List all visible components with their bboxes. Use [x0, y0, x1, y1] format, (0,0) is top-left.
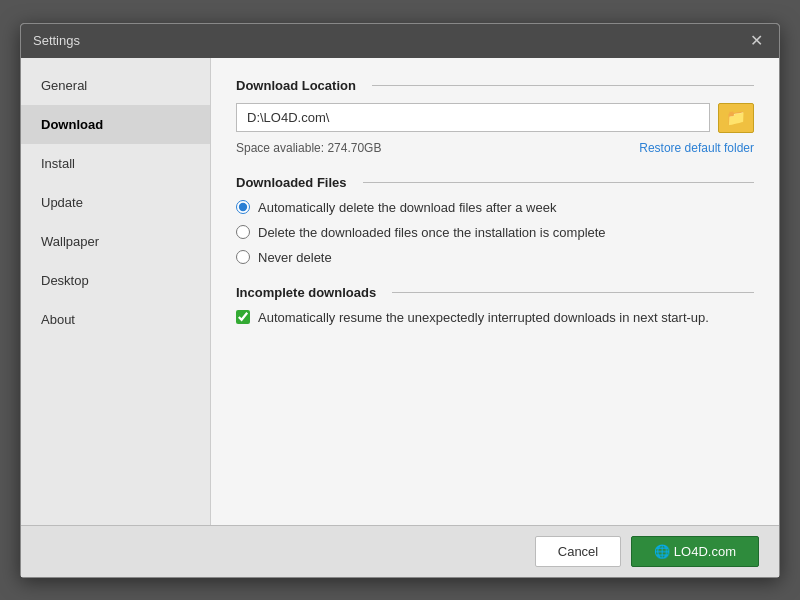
sidebar-item-general[interactable]: General [21, 66, 210, 105]
ok-button[interactable]: 🌐 LO4D.com [631, 536, 759, 567]
sidebar-item-download[interactable]: Download [21, 105, 210, 144]
restore-default-link[interactable]: Restore default folder [639, 141, 754, 155]
download-path-input[interactable] [236, 103, 710, 132]
downloaded-files-header: Downloaded Files [236, 175, 754, 190]
radio-group: Automatically delete the download files … [236, 200, 754, 265]
radio-delete-after-install-input[interactable] [236, 225, 250, 239]
window-title: Settings [33, 33, 80, 48]
radio-never-delete[interactable]: Never delete [236, 250, 754, 265]
sidebar: General Download Install Update Wallpape… [21, 58, 211, 525]
space-available-text: Space avaliable: 274.70GB [236, 141, 381, 155]
close-button[interactable]: ✕ [746, 33, 767, 49]
auto-resume-checkbox[interactable] [236, 310, 250, 324]
titlebar: Settings ✕ [21, 24, 779, 58]
sidebar-item-update[interactable]: Update [21, 183, 210, 222]
content-area: General Download Install Update Wallpape… [21, 58, 779, 525]
sidebar-item-desktop[interactable]: Desktop [21, 261, 210, 300]
download-location-row: 📁 [236, 103, 754, 133]
cancel-button[interactable]: Cancel [535, 536, 621, 567]
footer: Cancel 🌐 LO4D.com [21, 525, 779, 577]
main-panel: Download Location 📁 Space avaliable: 274… [211, 58, 779, 525]
radio-delete-after-install[interactable]: Delete the downloaded files once the ins… [236, 225, 754, 240]
download-location-header: Download Location [236, 78, 754, 93]
space-row: Space avaliable: 274.70GB Restore defaul… [236, 141, 754, 155]
radio-never-delete-input[interactable] [236, 250, 250, 264]
logo-globe-icon: 🌐 [654, 544, 670, 559]
incomplete-downloads-header: Incomplete downloads [236, 285, 754, 300]
settings-window: Settings ✕ General Download Install Upda… [20, 23, 780, 578]
folder-icon: 📁 [726, 108, 746, 127]
logo-text: LO4D.com [674, 544, 736, 559]
auto-resume-checkbox-row[interactable]: Automatically resume the unexpectedly in… [236, 310, 754, 325]
radio-auto-delete-input[interactable] [236, 200, 250, 214]
sidebar-item-about[interactable]: About [21, 300, 210, 339]
radio-auto-delete[interactable]: Automatically delete the download files … [236, 200, 754, 215]
sidebar-item-wallpaper[interactable]: Wallpaper [21, 222, 210, 261]
browse-folder-button[interactable]: 📁 [718, 103, 754, 133]
sidebar-item-install[interactable]: Install [21, 144, 210, 183]
